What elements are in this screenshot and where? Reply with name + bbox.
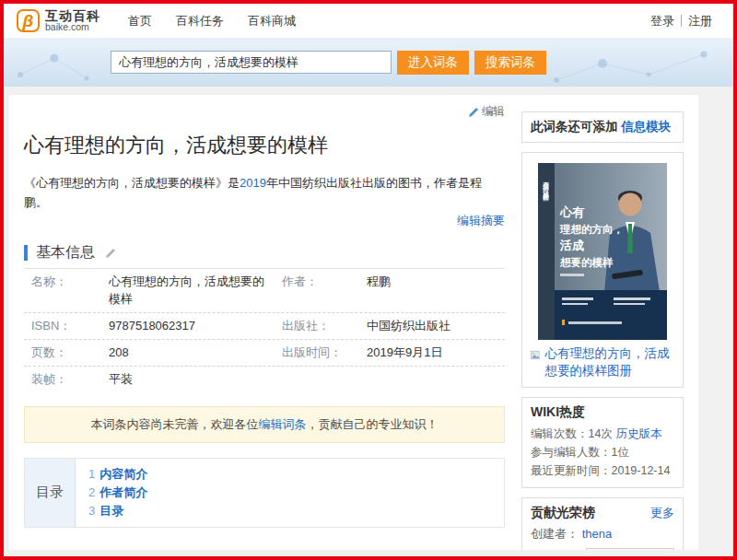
info-label: 作者： — [282, 274, 367, 309]
image-icon — [531, 348, 540, 362]
more-link[interactable]: 更多 — [650, 505, 674, 521]
toc-num: 2 — [88, 485, 95, 499]
search-entry-button[interactable]: 搜索词条 — [474, 51, 546, 75]
info-value: 中国纺织出版社 — [367, 318, 505, 335]
gallery-link-label: 心有理想的方向，活成想要的模样图册 — [544, 345, 674, 380]
edit-count-text: 编辑次数：14次 — [531, 427, 613, 440]
nav-item-tasks[interactable]: 百科任务 — [176, 13, 224, 29]
pencil-icon — [468, 107, 479, 118]
info-value: 208 — [109, 344, 282, 362]
notice-text-before: 本词条内容尚未完善，欢迎各位 — [91, 417, 259, 431]
summary-year-link[interactable]: 2019 — [240, 176, 266, 190]
cover-title-line4: 想要的模样 — [559, 257, 614, 268]
info-value: 程鹏 — [367, 274, 505, 309]
table-row: 页数： 208 出版时间： 2019年9月1日 — [24, 340, 505, 367]
summary-text-prefix: 《心有理想的方向，活成想要的模样》是 — [24, 176, 240, 190]
history-versions-link[interactable]: 历史版本 — [615, 427, 661, 440]
honor-roll-heading: 贡献光荣榜 — [531, 505, 595, 521]
toc-link: 作者简介 — [99, 485, 147, 499]
edit-entry-notice-link[interactable]: 编辑词条 — [259, 417, 307, 431]
last-updated-line: 最近更新时间：2019-12-14 — [531, 461, 674, 480]
book-cover-image[interactable]: 心有理想的方向 活成想要的模样 心有 理想的方向， 活成 想要的模样 — [538, 163, 667, 340]
toc-link: 内容简介 — [99, 467, 147, 481]
top-header: β 互动百科 baike.com 首页 百科任务 百科商城 登录 注册 — [4, 4, 733, 38]
article-column: 编辑 心有理想的方向，活成想要的模样 《心有理想的方向，活成想要的模样》是201… — [9, 95, 521, 550]
creator-line: 创建者： thena — [531, 526, 674, 542]
toc-num: 3 — [88, 504, 95, 518]
section-accent-bar — [24, 245, 28, 261]
basic-info-title: 基本信息 — [36, 243, 95, 262]
toc-link: 目录 — [99, 504, 123, 518]
enter-entry-button[interactable]: 进入词条 — [397, 51, 469, 75]
auth-links: 登录 注册 — [644, 13, 719, 29]
info-label: 装帧： — [31, 371, 109, 389]
info-label: 出版时间： — [282, 344, 367, 362]
honor-roll-box: 贡献光荣榜 更多 创建者： thena thena 大学生 — [521, 497, 684, 550]
wiki-heat-heading: WIKI热度 — [531, 404, 674, 421]
nav-item-shop[interactable]: 百科商城 — [248, 13, 296, 29]
info-label: 名称： — [31, 274, 109, 309]
notice-text-after: ，贡献自己的专业知识！ — [307, 417, 439, 431]
add-module-box: 此词条还可添加 信息模块 — [521, 111, 684, 143]
contributor-row: thena 大学生 — [531, 548, 674, 550]
info-value: 9787518062317 — [109, 318, 282, 335]
info-label: 出版社： — [282, 318, 367, 335]
table-row: 名称： 心有理想的方向，活成想要的模样 作者： 程鹏 — [24, 269, 505, 313]
site-logo[interactable]: β 互动百科 baike.com — [17, 9, 100, 33]
edit-count-line: 编辑次数：14次 历史版本 — [531, 425, 674, 443]
info-value: 2019年9月1日 — [367, 344, 505, 362]
table-row: 装帧： 平装 — [24, 367, 505, 392]
search-input[interactable] — [111, 51, 392, 74]
toc-label: 目录 — [25, 459, 75, 527]
main-panel: 编辑 心有理想的方向，活成想要的模样 《心有理想的方向，活成想要的模样》是201… — [9, 95, 698, 550]
toc-item-2[interactable]: 2作者简介 — [88, 484, 491, 502]
toc-item-1[interactable]: 1内容简介 — [88, 465, 491, 484]
top-nav: 首页 百科任务 百科商城 — [128, 13, 296, 29]
edit-summary-link[interactable]: 编辑摘要 — [457, 214, 505, 228]
logo-domain: baike.com — [45, 22, 100, 32]
creator-label: 创建者： — [531, 527, 579, 541]
toc-item-3[interactable]: 3目录 — [88, 502, 491, 520]
basic-info-table: 名称： 心有理想的方向，活成想要的模样 作者： 程鹏 ISBN： 9787518… — [24, 268, 505, 391]
logo-name: 互动百科 — [45, 9, 100, 23]
basic-info-header: 基本信息 — [24, 243, 505, 268]
creator-link[interactable]: thena — [582, 527, 613, 541]
info-label: ISBN： — [31, 318, 109, 335]
cover-title-line2: 理想的方向， — [559, 223, 624, 235]
toc-num: 1 — [88, 467, 95, 481]
nav-item-home[interactable]: 首页 — [128, 13, 152, 29]
editors-count-line: 参与编辑人数：1位 — [531, 443, 674, 461]
search-bar-strip: 进入词条 搜索词条 — [4, 38, 733, 87]
info-value: 平装 — [109, 371, 282, 389]
logo-icon: β — [17, 9, 40, 32]
add-module-text: 此词条还可添加 — [531, 120, 618, 134]
info-value: 心有理想的方向，活成想要的模样 — [109, 274, 282, 309]
incomplete-entry-notice: 本词条内容尚未完善，欢迎各位编辑词条，贡献自己的专业知识！ — [24, 406, 505, 443]
book-cover-box: 心有理想的方向 活成想要的模样 心有 理想的方向， 活成 想要的模样 — [521, 152, 684, 388]
edit-basic-info-icon[interactable] — [105, 248, 116, 259]
entry-summary: 《心有理想的方向，活成想要的模样》是2019年中国纺织出版社出版的图书，作者是程… — [24, 173, 505, 213]
cover-title-line1: 心有 — [559, 205, 585, 219]
info-label: 页数： — [31, 344, 109, 362]
gallery-link[interactable]: 心有理想的方向，活成想要的模样图册 — [531, 345, 674, 380]
wiki-heat-box: WIKI热度 编辑次数：14次 历史版本 参与编辑人数：1位 最近更新时间：20… — [521, 397, 684, 488]
table-of-contents: 目录 1内容简介 2作者简介 3目录 — [24, 458, 505, 528]
login-link[interactable]: 登录 — [644, 13, 681, 29]
edit-entry-label: 编辑 — [482, 104, 505, 120]
edit-entry-link[interactable]: 编辑 — [468, 104, 505, 120]
register-link[interactable]: 注册 — [682, 13, 719, 29]
info-module-link[interactable]: 信息模块 — [621, 120, 671, 134]
contributor-badge: 大学生 — [586, 548, 674, 550]
page-title: 心有理想的方向，活成想要的模样 — [24, 132, 505, 159]
table-row: ISBN： 9787518062317 出版社： 中国纺织出版社 — [24, 313, 505, 340]
sidebar: 此词条还可添加 信息模块 心有理想的方向 活成想要的模样 — [521, 95, 698, 550]
cover-title-line3: 活成 — [559, 239, 584, 252]
